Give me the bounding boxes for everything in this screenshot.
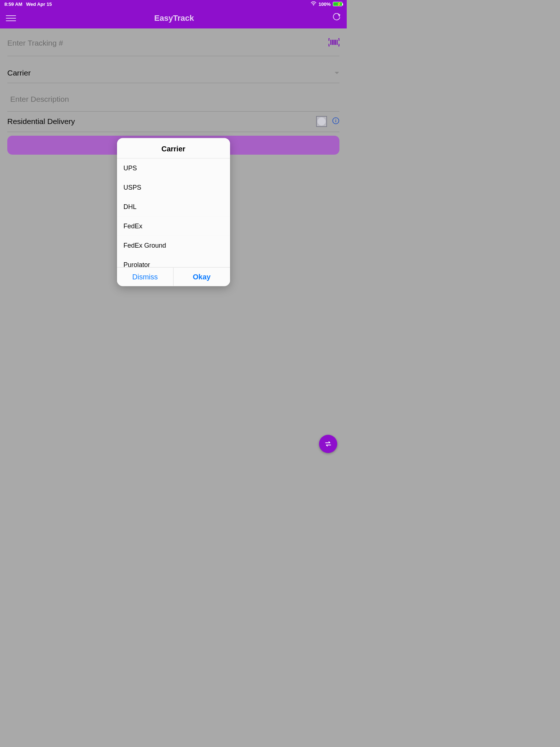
residential-row: Residential Delivery <box>7 112 339 132</box>
modal-title: Carrier <box>117 138 230 159</box>
status-date: Wed Apr 15 <box>26 1 52 7</box>
barcode-icon[interactable] <box>328 38 339 48</box>
swap-fab[interactable] <box>319 435 337 453</box>
carrier-option[interactable]: FedEx Ground <box>117 236 230 255</box>
carrier-option[interactable]: UPS <box>117 159 230 178</box>
modal-list[interactable]: UPS USPS DHL FedEx FedEx Ground Purolato… <box>117 159 230 267</box>
status-bar: 8:59 AM Wed Apr 15 100% ⚡ <box>0 0 347 8</box>
tracking-row: Enter Tracking # <box>7 31 339 56</box>
residential-label: Residential Delivery <box>7 117 316 126</box>
status-time: 8:59 AM <box>4 1 22 7</box>
residential-checkbox[interactable] <box>316 116 327 127</box>
carrier-row[interactable]: Carrier <box>7 63 339 83</box>
svg-point-0 <box>313 5 314 5</box>
description-input[interactable]: Enter Description <box>7 88 339 110</box>
chevron-down-icon <box>334 70 339 76</box>
carrier-option[interactable]: DHL <box>117 197 230 217</box>
main-content: Enter Tracking # Carrier Enter Descripti… <box>0 31 347 462</box>
info-icon[interactable] <box>332 117 339 126</box>
modal-actions: Dismiss Okay <box>117 267 230 286</box>
carrier-label: Carrier <box>7 69 334 77</box>
wifi-icon <box>311 1 316 7</box>
battery-icon: ⚡ <box>333 2 342 6</box>
carrier-modal: Carrier UPS USPS DHL FedEx FedEx Ground … <box>117 138 230 286</box>
svg-point-9 <box>335 119 336 119</box>
description-row: Enter Description <box>7 83 339 112</box>
menu-icon[interactable] <box>6 13 16 23</box>
refresh-icon[interactable] <box>332 13 341 23</box>
battery-percent: 100% <box>319 1 331 7</box>
app-title: EasyTrack <box>16 13 332 23</box>
carrier-option[interactable]: USPS <box>117 178 230 197</box>
okay-button[interactable]: Okay <box>173 268 230 286</box>
dismiss-button[interactable]: Dismiss <box>117 268 174 286</box>
tracking-input[interactable]: Enter Tracking # <box>7 32 328 54</box>
carrier-option[interactable]: FedEx <box>117 217 230 236</box>
carrier-option[interactable]: Purolator <box>117 255 230 267</box>
app-navbar: EasyTrack <box>0 8 347 28</box>
